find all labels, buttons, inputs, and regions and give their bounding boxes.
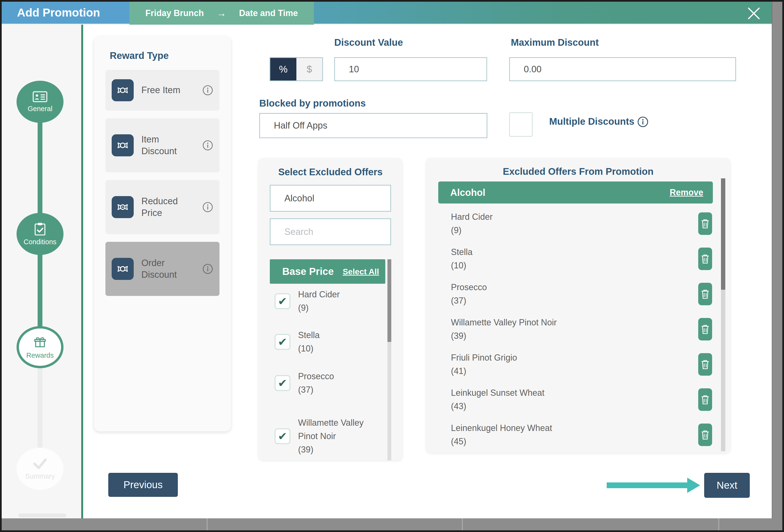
excluded-list-scrollbar-thumb[interactable]: [721, 178, 725, 290]
multiple-discounts-checkbox[interactable]: [509, 112, 533, 137]
offer-name: Hard Cider: [298, 290, 340, 299]
offer-name: Prosecco: [451, 282, 487, 292]
discount-unit-toggle: % $: [270, 57, 323, 81]
offer-name: Friuli Pinot Grigio: [451, 353, 517, 362]
excluded-offers-title: Excluded Offers From Promotion: [426, 166, 731, 177]
offer-name: Stella: [298, 330, 319, 340]
excluded-offer-row: Friuli Pinot Grigio(41): [451, 347, 715, 382]
offer-count: (9): [451, 225, 461, 235]
offer-checkbox-row[interactable]: ✔ Stella(10): [275, 328, 385, 355]
excluded-offer-row: Stella(10): [451, 241, 715, 276]
select-excluded-offers-panel: Select Excluded Offers Base Price Select…: [258, 158, 402, 461]
id-card-icon: [33, 91, 48, 104]
sidebar-divider: [81, 25, 83, 519]
maximum-discount-input[interactable]: [509, 57, 736, 81]
trash-icon[interactable]: [698, 353, 712, 376]
sidebar-scrollbar-thumb[interactable]: [19, 513, 66, 518]
multiple-discounts-label: Multiple Discounts: [549, 116, 635, 127]
offer-count: (39): [298, 445, 313, 454]
offer-checkbox-row[interactable]: ✔ Hard Cider(9): [275, 288, 385, 315]
checkbox-checked-icon[interactable]: ✔: [275, 334, 290, 350]
previous-button[interactable]: Previous: [108, 473, 178, 497]
base-price-group-header: Base Price Select All: [270, 259, 385, 284]
offer-checkbox-row[interactable]: ✔ Prosecco(37): [275, 370, 385, 396]
info-icon[interactable]: [202, 202, 213, 213]
offer-count: (39): [451, 331, 466, 341]
blocked-by-promotions-input[interactable]: [259, 113, 487, 138]
info-icon[interactable]: [202, 85, 213, 96]
trash-icon[interactable]: [698, 318, 712, 341]
discount-value-label: Discount Value: [334, 37, 403, 48]
offer-name: Willamette Valley Pinot Noir: [298, 418, 363, 441]
reward-type-title: Reward Type: [110, 50, 169, 61]
candy-icon: [112, 79, 134, 101]
checkbox-checked-icon[interactable]: ✔: [275, 428, 290, 444]
reward-option-label: Reduced Price: [141, 195, 196, 219]
breadcrumb-arrow-icon: →: [217, 8, 226, 19]
excluded-offer-row: Hard Cider(9): [451, 206, 715, 241]
select-excluded-title: Select Excluded Offers: [258, 167, 402, 177]
trash-icon[interactable]: [698, 283, 712, 305]
percent-toggle-button[interactable]: %: [270, 58, 297, 81]
reward-option-free-item[interactable]: Free Item: [106, 70, 220, 111]
breadcrumb-promotion-name: Friday Brunch: [145, 8, 204, 18]
trash-icon[interactable]: [698, 247, 712, 270]
excluded-offer-row: Prosecco(37): [451, 276, 715, 312]
blocked-by-promotions-label: Blocked by promotions: [259, 98, 366, 109]
background-page-bar: [2, 519, 782, 530]
offer-name: Stella: [451, 247, 473, 257]
stepper-step-label: Conditions: [24, 238, 56, 246]
next-button[interactable]: Next: [704, 473, 750, 498]
breadcrumb-current-step: Date and Time: [239, 8, 298, 18]
breadcrumb: Friday Brunch → Date and Time: [130, 2, 314, 25]
category-input[interactable]: [270, 185, 391, 212]
reward-option-label: Item Discount: [141, 134, 196, 157]
offer-checkbox-row[interactable]: ✔ Willamette Valley Pinot Noir(39): [275, 416, 385, 456]
excluded-offers-panel: Excluded Offers From Promotion Alcohol R…: [426, 158, 731, 453]
excluded-group-header: Alcohol Remove: [438, 181, 713, 204]
offer-count: (41): [451, 366, 466, 376]
reward-option-reduced-price[interactable]: Reduced Price: [106, 180, 220, 234]
price-tag-icon: [112, 196, 134, 218]
select-all-link[interactable]: Select All: [343, 267, 379, 276]
reward-type-card: Reward Type Free Item Item Discount: [94, 36, 231, 432]
close-icon[interactable]: [746, 5, 762, 21]
offer-count: (37): [451, 296, 466, 305]
dollar-toggle-button[interactable]: $: [297, 58, 323, 81]
info-icon[interactable]: [637, 116, 649, 128]
stepper-step-conditions[interactable]: Conditions: [17, 213, 63, 255]
remove-group-link[interactable]: Remove: [670, 187, 703, 198]
trash-icon[interactable]: [698, 388, 712, 411]
maximum-discount-label: Maximum Discount: [511, 37, 599, 48]
group-label: Base Price: [282, 266, 334, 277]
checkbox-checked-icon[interactable]: ✔: [275, 293, 290, 309]
trash-icon[interactable]: [698, 212, 712, 235]
offer-name: Prosecco: [298, 371, 334, 381]
checkbox-checked-icon[interactable]: ✔: [275, 375, 290, 391]
modal-header: Add Promotion Friday Brunch → Date and T…: [2, 2, 772, 25]
pointer-arrowhead-icon: [687, 478, 700, 493]
excluded-offer-row: Willamette Valley Pinot Noir(39): [451, 312, 715, 347]
stepper-step-general[interactable]: General: [17, 81, 63, 123]
stepper-step-rewards[interactable]: Rewards: [17, 326, 63, 368]
reward-option-order-discount[interactable]: Order Discount: [106, 242, 220, 296]
info-icon[interactable]: [202, 263, 213, 274]
background-bar-divider: [718, 519, 719, 530]
offer-count: (10): [298, 344, 313, 353]
offers-list-scrollbar-thumb[interactable]: [388, 259, 391, 342]
offer-count: (37): [298, 385, 313, 394]
search-input[interactable]: [270, 218, 391, 245]
stepper-step-label: General: [28, 105, 52, 113]
reward-option-item-discount[interactable]: Item Discount: [106, 118, 220, 172]
info-icon[interactable]: [202, 140, 213, 151]
add-promotion-modal: Add Promotion Friday Brunch → Date and T…: [0, 0, 784, 532]
gift-icon: [33, 335, 47, 350]
page-scrollbar[interactable]: [772, 2, 782, 530]
trash-icon[interactable]: [698, 423, 712, 446]
candy-icon: [112, 134, 134, 156]
offer-name: Leinenkugel Honey Wheat: [451, 423, 552, 433]
offer-count: (43): [451, 401, 466, 411]
discount-value-input[interactable]: [334, 57, 487, 81]
offer-count: (9): [298, 303, 309, 313]
offer-count: (10): [451, 261, 466, 270]
